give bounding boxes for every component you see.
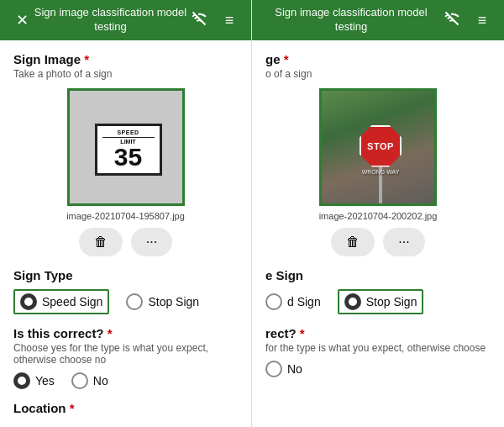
radio-dot-yes xyxy=(18,377,26,385)
stop-sign-radio[interactable] xyxy=(126,293,143,310)
more-icon: ··· xyxy=(146,235,157,250)
speed-sign-radio[interactable] xyxy=(20,293,37,310)
right-stop-sign-label: Stop Sign xyxy=(366,295,417,308)
right-no-radio[interactable] xyxy=(265,361,282,377)
sign-image-label: Sign Image * xyxy=(13,52,238,66)
right-sign-sublabel: o of a sign xyxy=(265,68,491,80)
right-speed-sign-label: d Sign xyxy=(287,295,321,308)
location-section: Location * xyxy=(13,401,238,415)
right-sign-image-section: ge * o of a sign STOP xyxy=(265,52,491,256)
close-icon[interactable]: ✕ xyxy=(10,11,34,29)
is-correct-section: Is this correct? * Choose yes for the ty… xyxy=(13,326,238,389)
location-label: Location * xyxy=(13,401,238,415)
delete-icon: 🗑 xyxy=(94,235,108,250)
image-action-buttons: 🗑 ··· xyxy=(13,228,238,256)
right-image-container: STOP WRONG WAY image-20210704-200202.jpg xyxy=(265,88,491,221)
right-header-title: Sign image classification model testing xyxy=(262,6,440,34)
left-content: Sign Image * Take a photo of a sign SPEE… xyxy=(0,40,251,427)
image-container: SPEED LIMIT 35 image-20210704-195807.jpg xyxy=(13,88,238,221)
sign-image-sublabel: Take a photo of a sign xyxy=(13,68,238,80)
right-content: ge * o of a sign STOP xyxy=(252,40,504,427)
yes-label: Yes xyxy=(35,374,55,387)
speed-limit-sign: SPEED LIMIT 35 xyxy=(95,124,162,176)
right-is-correct-label: rect? * xyxy=(265,326,491,340)
stop-sign-label: Stop Sign xyxy=(148,295,199,308)
is-correct-desc: Choose yes for the type is what you expe… xyxy=(13,342,238,366)
right-menu-icon[interactable]: ≡ xyxy=(470,12,494,29)
radio-dot-stop xyxy=(349,298,357,306)
correct-radio-group: Yes No xyxy=(13,372,238,389)
yes-radio[interactable] xyxy=(13,372,30,389)
right-image-action-buttons: 🗑 ··· xyxy=(265,228,491,256)
menu-icon[interactable]: ≡ xyxy=(218,12,241,29)
left-screen: ✕ Sign image classification model testin… xyxy=(0,0,252,427)
right-more-options-button[interactable]: ··· xyxy=(383,228,424,256)
no-radio[interactable] xyxy=(71,372,88,389)
stop-octagon: STOP xyxy=(360,125,402,167)
radio-dot xyxy=(24,298,33,306)
right-correct-radio-group: No xyxy=(265,361,491,377)
image-filename: image-20210704-195807.jpg xyxy=(66,211,185,221)
no-option[interactable]: No xyxy=(71,372,108,389)
right-image-filename: image-20210704-200202.jpg xyxy=(319,211,438,221)
right-more-icon: ··· xyxy=(398,235,409,250)
yes-option[interactable]: Yes xyxy=(13,372,55,389)
right-is-correct-desc: for the type is what you expect, otherwi… xyxy=(265,342,491,354)
right-no-option[interactable]: No xyxy=(265,361,302,377)
right-sign-type-label: e Sign xyxy=(265,268,491,282)
sign-subtext: WRONG WAY xyxy=(360,169,402,175)
left-header-title: Sign image classification model testing xyxy=(34,6,187,34)
right-wifi-off-icon xyxy=(440,11,464,30)
right-speed-sign-radio[interactable] xyxy=(265,293,282,310)
right-stop-sign-radio[interactable] xyxy=(344,293,361,310)
right-header-right-icons: ≡ xyxy=(440,11,494,30)
right-stop-sign-option[interactable]: Stop Sign xyxy=(338,289,424,314)
right-sign-image-wrapper[interactable]: STOP WRONG WAY xyxy=(319,88,437,206)
sign-type-label: Sign Type xyxy=(13,268,238,282)
speed-limit-image: SPEED LIMIT 35 xyxy=(70,91,185,206)
right-screen: Sign image classification model testing … xyxy=(252,0,504,427)
sign-type-section: Sign Type Speed Sign Stop Sign xyxy=(13,268,238,314)
stop-sign-option-left[interactable]: Stop Sign xyxy=(126,289,199,314)
right-sign-type-radio-group: d Sign Stop Sign xyxy=(265,289,491,314)
sign-type-radio-group: Speed Sign Stop Sign xyxy=(13,289,238,314)
speed-sign-label: Speed Sign xyxy=(42,295,102,308)
sign-image-wrapper[interactable]: SPEED LIMIT 35 xyxy=(67,88,185,206)
is-correct-label: Is this correct? * xyxy=(13,326,238,340)
right-no-label: No xyxy=(287,362,302,376)
speed-sign-option[interactable]: Speed Sign xyxy=(13,289,109,314)
right-speed-sign-option[interactable]: d Sign xyxy=(265,289,321,314)
no-label: No xyxy=(93,374,108,387)
delete-image-button[interactable]: 🗑 xyxy=(79,228,123,256)
right-sign-type-section: e Sign d Sign Stop Sign xyxy=(265,268,491,314)
right-delete-icon: 🗑 xyxy=(346,235,360,250)
right-is-correct-section: rect? * for the type is what you expect,… xyxy=(265,326,491,377)
left-header: ✕ Sign image classification model testin… xyxy=(0,0,251,40)
wifi-off-icon xyxy=(187,11,211,30)
header-right-icons: ≡ xyxy=(187,11,241,30)
stop-text: STOP xyxy=(367,141,394,151)
more-options-button[interactable]: ··· xyxy=(131,228,172,256)
sign-image-section: Sign Image * Take a photo of a sign SPEE… xyxy=(13,52,238,256)
right-header: Sign image classification model testing … xyxy=(252,0,504,40)
right-sign-image-label: ge * xyxy=(265,52,491,66)
right-delete-image-button[interactable]: 🗑 xyxy=(331,228,375,256)
stop-sign-image: STOP WRONG WAY xyxy=(322,91,437,206)
